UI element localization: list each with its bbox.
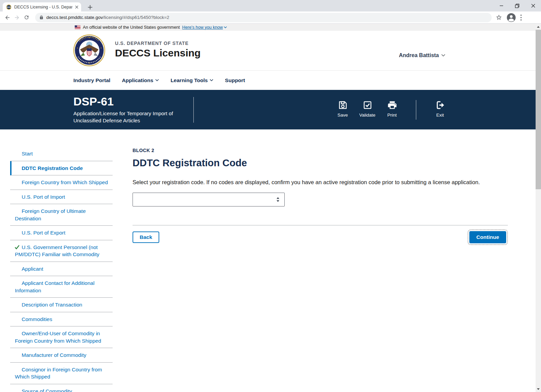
page-viewport: An official website of the United States… [0,24,541,392]
validate-button[interactable]: Validate [355,100,380,118]
forward-arrow-icon [14,15,20,21]
department-of-state-seal [73,34,105,66]
url-text: deccs.test.pmddtc.state.gov/licensing/#/… [46,15,169,20]
back-button[interactable]: Back [133,231,159,243]
completed-check-icon [15,245,20,249]
browser-toolbar: deccs.test.pmddtc.state.gov/licensing/#/… [0,11,541,24]
actions-divider [416,100,416,120]
reload-icon [24,15,29,20]
scrollbar-up-arrow[interactable] [536,24,541,29]
scrollbar-thumb[interactable] [536,30,541,189]
plus-icon [88,5,92,9]
back-arrow-icon [4,15,10,21]
gov-banner: An official website of the United States… [0,24,541,31]
profile-avatar[interactable] [507,13,516,22]
exit-icon [435,100,445,110]
sidebar-item-commodities[interactable]: Commodities [10,312,113,327]
form-code: DSP-61 [73,95,193,107]
favicon-seal-icon [6,4,11,10]
window-restore-button[interactable] [509,0,525,11]
browser-back-button[interactable] [3,13,12,22]
url-path: /licensing/#/dsp61/5450?block=2 [103,15,169,20]
app-title: DECCS Licensing [115,47,201,59]
form-actions: Save Validate Print [330,100,452,120]
user-menu[interactable]: Andrea Battista [399,52,445,58]
nav-item-support[interactable]: Support [225,77,245,83]
nav-item-industry-portal[interactable]: Industry Portal [73,77,110,83]
sidebar-item-ddtc-registration-code[interactable]: DDTC Registration Code [10,161,113,176]
sidebar-item-owner-end-user[interactable]: Owner/End-User of Commodity in Foreign C… [10,326,113,348]
form-banner: DSP-61 Application/License for Temporary… [0,90,541,129]
address-bar[interactable]: deccs.test.pmddtc.state.gov/licensing/#/… [35,13,492,22]
content-area: Start DDTC Registration Code Foreign Cou… [0,129,541,392]
chevron-down-icon [155,79,159,81]
window-close-button[interactable] [525,0,541,11]
new-tab-button[interactable] [86,3,94,11]
us-flag-icon [75,25,80,29]
sidebar-item-foreign-country-of-ultimate-destination[interactable]: Foreign Country of Ultimate Destination [10,204,113,226]
agency-name: U.S. DEPARTMENT OF STATE [115,41,189,46]
exit-button[interactable]: Exit [428,100,452,118]
sidebar-item-consignor[interactable]: Consignor in Foreign Country from Which … [10,363,113,384]
section-divider [133,225,508,225]
sidebar-item-us-port-of-export[interactable]: U.S. Port of Export [10,226,113,240]
close-icon [531,4,535,8]
chevron-down-icon [224,26,227,28]
user-name: Andrea Battista [399,52,439,58]
registration-code-select[interactable] [133,193,285,206]
lock-icon [39,15,44,20]
tab-title: DECCS Licensing - U.S. Departme [14,5,72,9]
form-banner-titles: DSP-61 Application/License for Temporary… [73,95,193,124]
form-main: BLOCK 2 DDTC Registration Code Select yo… [133,129,508,392]
browser-menu-icon[interactable] [520,15,522,21]
nav-item-learning-tools[interactable]: Learning Tools [170,77,213,83]
minimize-icon [499,4,503,8]
form-description: Application/License for Temporary Import… [73,110,178,124]
site-header: U.S. DEPARTMENT OF STATE DECCS Licensing… [0,31,541,70]
page-title: DDTC Registration Code [133,157,508,169]
continue-button[interactable]: Continue [469,231,506,243]
browser-tab[interactable]: DECCS Licensing - U.S. Departme [3,2,81,11]
browser-reload-button[interactable] [22,13,31,22]
sidebar-item-applicant[interactable]: Applicant [10,262,113,276]
nav-item-applications[interactable]: Applications [122,77,159,83]
sidebar-item-us-government-personnel[interactable]: U.S. Government Personnel (not PM/DDTC) … [10,240,113,262]
save-button[interactable]: Save [330,100,355,118]
primary-nav: Industry Portal Applications Learning To… [0,70,541,90]
form-button-row: Back Continue [133,231,508,243]
sidebar-item-us-port-of-import[interactable]: U.S. Port of Import [10,190,113,204]
browser-window: DECCS Licensing - U.S. Departme [0,0,541,392]
gov-banner-text: An official website of the United States… [83,25,180,30]
sidebar-item-start[interactable]: Start [10,147,113,161]
sidebar-item-foreign-country-from-which-shipped[interactable]: Foreign Country from Which Shipped [10,175,113,190]
bookmark-star-icon[interactable] [496,14,502,21]
restore-icon [515,4,519,8]
print-button[interactable]: Print [380,100,404,118]
chevron-down-icon [210,79,213,81]
sidebar-item-source-of-commodity[interactable]: Source of Commodity [10,384,113,392]
print-icon [387,100,397,110]
window-controls [493,0,541,11]
window-minimize-button[interactable] [493,0,509,11]
block-label: BLOCK 2 [133,148,508,153]
scrollbar-down-arrow[interactable] [536,386,541,392]
banner-divider [193,97,194,123]
gov-banner-link[interactable]: Here's how you know [182,25,227,30]
validate-check-icon [362,100,373,110]
sidebar-item-manufacturer-of-commodity[interactable]: Manufacturer of Commodity [10,348,113,363]
instruction-text: Select your registration code. If no cod… [133,179,508,186]
toolbar-right-icons [496,13,522,22]
page-scrollbar[interactable] [536,24,541,392]
select-sort-arrows-icon [276,197,280,202]
chevron-down-icon [441,54,445,57]
browser-tab-bar: DECCS Licensing - U.S. Departme [0,0,541,11]
save-icon [338,100,348,110]
step-sidebar: Start DDTC Registration Code Foreign Cou… [10,147,113,392]
sidebar-item-description-of-transaction[interactable]: Description of Transaction [10,298,113,312]
browser-forward-button[interactable] [12,13,22,22]
tab-close-icon[interactable] [75,5,78,9]
url-domain: deccs.test.pmddtc.state.gov [46,15,103,20]
sidebar-item-applicant-contact[interactable]: Applicant Contact for Additional Informa… [10,276,113,298]
